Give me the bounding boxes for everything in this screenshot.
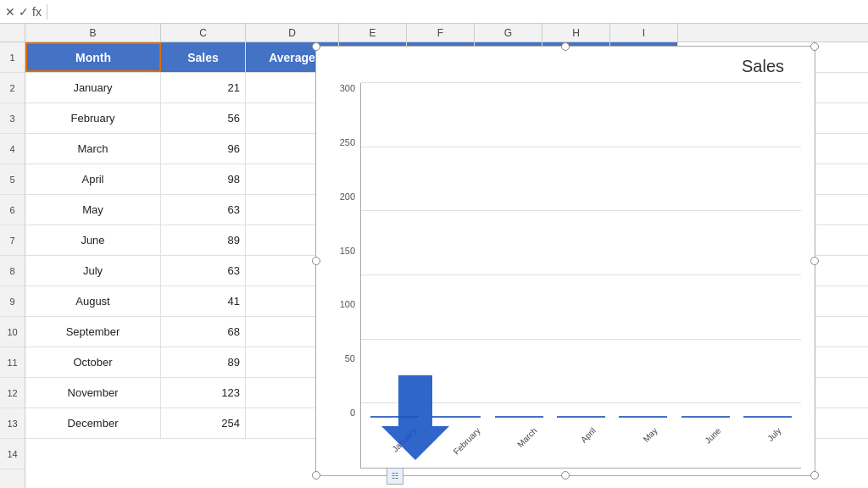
cell-sales[interactable]: 96: [161, 134, 246, 164]
col-header-b[interactable]: B: [25, 24, 161, 42]
col-header-i[interactable]: I: [610, 24, 678, 42]
cell-sales[interactable]: 98: [161, 164, 246, 194]
grid-area: 1 2 3 4 5 6 7 8 9 10 11 12 13 14 Month S…: [0, 42, 868, 488]
chart-inner: Sales 050100150200250300 January Februar…: [316, 47, 815, 475]
cell-month[interactable]: July: [25, 256, 161, 286]
cell-month[interactable]: January: [25, 73, 161, 103]
cell-sales[interactable]: 63: [161, 195, 246, 225]
header-month[interactable]: Month: [25, 42, 161, 72]
col-header-c[interactable]: C: [161, 24, 246, 42]
row-num-3: 3: [0, 103, 25, 134]
row-numbers: 1 2 3 4 5 6 7 8 9 10 11 12 13 14: [0, 42, 25, 488]
y-axis-label: 50: [330, 353, 355, 363]
grid-line: [361, 82, 801, 83]
bar[interactable]: [495, 416, 543, 418]
row-num-14: 14: [0, 439, 25, 469]
cell-month[interactable]: May: [25, 195, 161, 225]
resize-handle-left[interactable]: [312, 257, 320, 265]
cell-month[interactable]: November: [25, 378, 161, 408]
cell-sales[interactable]: 63: [161, 256, 246, 286]
cell-sales[interactable]: 123: [161, 378, 246, 408]
resize-handle-top[interactable]: [561, 42, 570, 51]
cell-sales[interactable]: 89: [161, 347, 246, 377]
row-num-7: 7: [0, 225, 25, 256]
cell-month[interactable]: October: [25, 347, 161, 377]
cell-month[interactable]: April: [25, 164, 161, 194]
resize-handle-bottom[interactable]: [561, 471, 570, 480]
resize-handle-tr[interactable]: [810, 42, 819, 51]
confirm-icon[interactable]: ✓: [19, 5, 29, 19]
cell-sales[interactable]: 41: [161, 286, 246, 316]
header-sales[interactable]: Sales: [161, 42, 246, 72]
cell-sales[interactable]: 254: [161, 408, 246, 438]
cell-sales[interactable]: 56: [161, 103, 246, 133]
bar[interactable]: [557, 416, 605, 418]
grid-line: [361, 147, 801, 147]
bar[interactable]: [370, 416, 419, 418]
formula-bar: ✕ ✓ fx: [0, 0, 868, 24]
y-axis-label: 200: [330, 191, 355, 202]
cell-month[interactable]: June: [25, 225, 161, 255]
bar-group[interactable]: July: [737, 416, 798, 468]
y-axis-label: 150: [330, 246, 355, 256]
paste-icon[interactable]: ☷: [387, 468, 403, 485]
cell-month[interactable]: February: [25, 103, 161, 133]
column-headers: B C D E F G H I: [0, 24, 868, 42]
cell-sales[interactable]: 68: [161, 317, 246, 347]
y-axis-label: 300: [330, 83, 355, 93]
row-num-9: 9: [0, 286, 25, 317]
resize-handle-bl[interactable]: [312, 471, 320, 480]
bar[interactable]: [743, 416, 792, 418]
cell-month[interactable]: September: [25, 317, 161, 347]
row-num-6: 6: [0, 195, 25, 225]
col-header-g[interactable]: G: [475, 24, 542, 42]
x-axis-label: July: [764, 421, 810, 467]
formula-input[interactable]: [53, 5, 863, 18]
grid-line: [361, 274, 801, 275]
chart-title: Sales: [330, 57, 801, 76]
y-axis-label: 250: [330, 137, 355, 147]
chart-area[interactable]: Sales 050100150200250300 January Februar…: [315, 46, 815, 476]
resize-handle-br[interactable]: [810, 471, 819, 480]
row-num-11: 11: [0, 347, 25, 378]
row-num-12: 12: [0, 378, 25, 408]
bar[interactable]: [682, 416, 730, 418]
formula-bar-controls: ✕ ✓ fx: [5, 5, 42, 19]
row-num-8: 8: [0, 256, 25, 286]
bar-group[interactable]: June: [675, 416, 735, 468]
cell-sales[interactable]: 89: [161, 225, 246, 255]
row-num-10: 10: [0, 317, 25, 347]
col-header-h[interactable]: H: [542, 24, 610, 42]
resize-handle-tl[interactable]: [312, 42, 320, 51]
bar[interactable]: [619, 416, 667, 418]
bar-group[interactable]: January: [364, 416, 425, 468]
cell-month[interactable]: March: [25, 134, 161, 164]
resize-handle-right[interactable]: [810, 257, 819, 265]
row-num-1: 1: [0, 42, 25, 73]
bar-group[interactable]: May: [613, 416, 673, 468]
bars-container: January February March April May June Ju…: [361, 83, 801, 468]
y-axis-label: 100: [330, 299, 355, 309]
chart-plot: January February March April May June Ju…: [360, 83, 801, 469]
formula-bar-separator: [47, 4, 47, 19]
grid-content: Month Sales Average January 21 88 Februa…: [25, 42, 868, 488]
bar-group[interactable]: April: [551, 416, 611, 468]
row-num-4: 4: [0, 134, 25, 164]
grid-line: [361, 402, 801, 403]
cell-month[interactable]: December: [25, 408, 161, 438]
col-header-d[interactable]: D: [246, 24, 339, 42]
grid-line: [361, 339, 801, 340]
grid-line: [361, 210, 801, 211]
row-num-13: 13: [0, 408, 25, 439]
chart-body: 050100150200250300 January February Marc…: [330, 83, 801, 469]
row-num-5: 5: [0, 164, 25, 195]
cell-month[interactable]: August: [25, 286, 161, 316]
cancel-icon[interactable]: ✕: [5, 5, 15, 19]
bar[interactable]: [432, 416, 481, 418]
cell-sales[interactable]: 21: [161, 73, 246, 103]
function-icon[interactable]: fx: [32, 5, 42, 19]
row-num-corner: [0, 24, 25, 42]
y-axis-label: 0: [330, 408, 355, 418]
col-header-f[interactable]: F: [407, 24, 475, 42]
col-header-e[interactable]: E: [339, 24, 407, 42]
